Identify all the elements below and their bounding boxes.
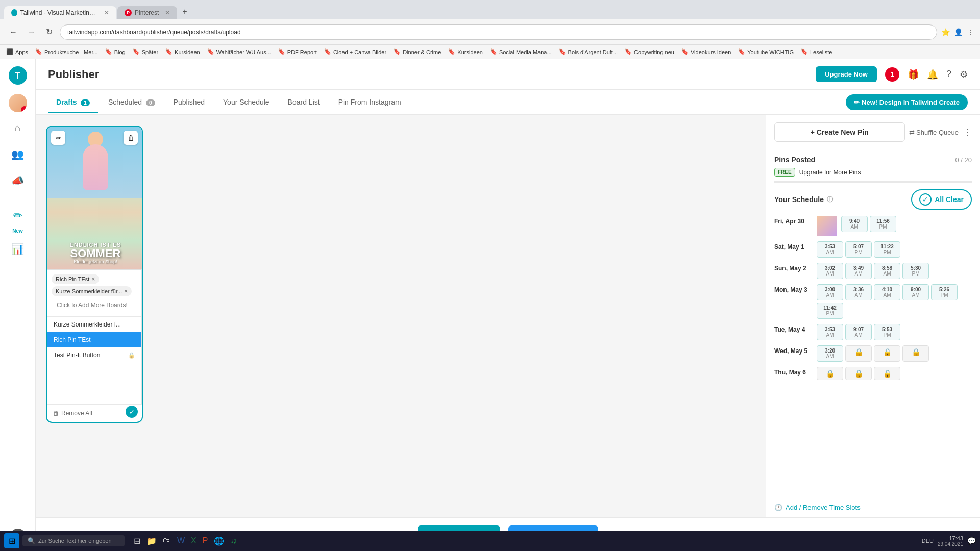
taskview-icon[interactable]: ⊟ <box>132 534 142 548</box>
board-tag-remove-1[interactable]: × <box>124 288 128 295</box>
help-icon[interactable]: ? <box>946 69 951 80</box>
bookmark-kursideen2[interactable]: 🔖 Kursideen <box>448 48 483 55</box>
sidebar-item-chart[interactable]: 📊 <box>7 238 29 260</box>
bookmark-dinner[interactable]: 🔖 Dinner & Crime <box>394 48 441 55</box>
tab-your-schedule[interactable]: Your Schedule <box>215 92 278 112</box>
user-avatar[interactable]: P <box>9 94 27 112</box>
store-icon[interactable]: 🛍 <box>161 534 173 548</box>
new-tab-button[interactable]: + <box>178 5 191 18</box>
all-clear-button[interactable]: ✓ All Clear <box>911 189 972 210</box>
tab-drafts[interactable]: Drafts 1 <box>48 92 98 112</box>
account-icon[interactable]: 👤 <box>954 28 963 36</box>
excel-icon[interactable]: X <box>189 534 199 548</box>
bookmark-copywriting[interactable]: 🔖 Copywriting neu <box>625 48 674 55</box>
powerpoint-icon[interactable]: P <box>201 534 210 548</box>
tab-board-list[interactable]: Board List <box>280 92 328 112</box>
bookmark-youtube[interactable]: 🔖 Youtube WICHTIG <box>738 48 794 55</box>
tab-pin-from-instagram[interactable]: Pin From Instagram <box>330 92 409 112</box>
bookmark-socialmedia[interactable]: 🔖 Social Media Mana... <box>490 48 552 55</box>
time-slot-sat-2[interactable]: 11:22 PM <box>874 241 900 258</box>
board-list-item-0[interactable]: Kurze Sommerkleider f... <box>47 317 141 332</box>
word-icon[interactable]: W <box>175 534 187 548</box>
all-clear-circle: ✓ <box>919 193 932 206</box>
time-slot-fri-0[interactable]: 9:40 AM <box>841 216 868 232</box>
time-slot-mon-1[interactable]: 3:36 AM <box>845 284 872 300</box>
time-slot-tue-2[interactable]: 5:53 PM <box>874 324 900 340</box>
pin-delete-button[interactable]: 🗑 <box>124 131 138 145</box>
bookmark-bois[interactable]: 🔖 Bois d'Argent Duft... <box>559 48 618 55</box>
upgrade-for-more-pins-link[interactable]: Upgrade for More Pins <box>799 169 861 176</box>
create-new-pin-button[interactable]: + Create New Pin <box>774 122 905 142</box>
shuffle-queue-button[interactable]: ⇄ Shuffle Queue <box>909 129 959 136</box>
time-slot-tue-1[interactable]: 9:07 AM <box>845 324 872 340</box>
bookmark-blog[interactable]: 🔖 Blog <box>105 48 126 55</box>
pdf-label: PDF Report <box>287 49 317 55</box>
lock-icon-wed-3: 🔒 <box>912 348 920 356</box>
time-slot-mon-4[interactable]: 5:26 PM <box>931 284 958 300</box>
refresh-button[interactable]: ↻ <box>43 25 56 39</box>
bookmark-leseliste[interactable]: 🔖 Leseliste <box>801 48 832 55</box>
bell-icon[interactable]: 🔔 <box>927 69 938 80</box>
pin-edit-button[interactable]: ✏ <box>51 131 65 145</box>
bookmark-kursideen[interactable]: 🔖 Kursideen <box>165 48 200 55</box>
bookmark-cload[interactable]: 🔖 Cload + Canva Bilder <box>324 48 386 55</box>
sidebar-item-home[interactable]: ⌂ <box>7 116 29 139</box>
time-slot-sat-1[interactable]: 5:07 PM <box>845 241 872 258</box>
bookmark-pdf[interactable]: 🔖 PDF Report <box>278 48 317 55</box>
bookmark-videokurs[interactable]: 🔖 Videokurs Ideen <box>681 48 731 55</box>
time-slot-mon-5[interactable]: 11:42 PM <box>817 303 843 319</box>
forward-button[interactable]: → <box>24 26 39 39</box>
browser-icons: ⭐ 👤 ⋮ <box>941 28 974 36</box>
sidebar-item-people[interactable]: 👥 <box>7 143 29 165</box>
gift-icon[interactable]: 🎁 <box>908 69 919 80</box>
tab-pinterest[interactable]: P Pinterest ✕ <box>117 6 177 19</box>
pinterest-badge: P <box>21 106 27 112</box>
tab-published[interactable]: Published <box>165 92 213 112</box>
board-add-input[interactable] <box>52 298 137 312</box>
bookmark-apps[interactable]: ⬛ Apps <box>6 48 28 55</box>
explorer-icon[interactable]: 📁 <box>144 534 159 548</box>
notification-center[interactable]: 💬 <box>967 537 976 545</box>
extensions-icon[interactable]: ⭐ <box>941 28 950 36</box>
bookmark-produktsuche[interactable]: 🔖 Produktsuche - Mer... <box>35 48 98 55</box>
bookmark-spaeter[interactable]: 🔖 Später <box>133 48 158 55</box>
notification-icon[interactable]: 1 <box>885 67 899 82</box>
tab-close-tailwind[interactable]: ✕ <box>104 9 109 16</box>
time-slot-sun-2[interactable]: 8:58 AM <box>874 263 900 279</box>
spotify-icon[interactable]: ♫ <box>228 534 238 548</box>
sidebar-item-megaphone[interactable]: 📣 <box>7 169 29 192</box>
tab-close-pinterest[interactable]: ✕ <box>165 9 170 16</box>
time-slot-sat-0[interactable]: 3:53 AM <box>817 241 843 258</box>
start-button[interactable]: ⊞ <box>4 533 19 548</box>
time-slot-fri-1[interactable]: 11:56 PM <box>870 216 896 232</box>
upgrade-now-button[interactable]: Upgrade Now <box>816 66 877 82</box>
time-slot-sun-1[interactable]: 3:49 AM <box>845 263 872 279</box>
time-slot-mon-2[interactable]: 4:10 AM <box>874 284 900 300</box>
app-logo[interactable]: T <box>8 65 28 86</box>
address-bar[interactable]: tailwindapp.com/dashboard/publisher/queu… <box>60 24 937 40</box>
settings-icon[interactable]: ⚙ <box>960 69 968 80</box>
bookmark-wahlfaecher[interactable]: 🔖 Wahlfächer WU Aus... <box>207 48 271 55</box>
taskbar-search[interactable]: 🔍 Zur Suche Text hier eingeben <box>22 535 125 546</box>
board-list-item-1[interactable]: Rich Pin TEst <box>47 332 141 347</box>
time-slot-tue-0[interactable]: 3:53 AM <box>817 324 843 340</box>
tab-scheduled[interactable]: Scheduled 0 <box>100 92 163 112</box>
time-slot-wed-0[interactable]: 3:20 AM <box>817 345 843 362</box>
time-slot-mon-0[interactable]: 3:00 AM <box>817 284 843 300</box>
remove-all-button[interactable]: 🗑 Remove All <box>53 410 92 417</box>
board-tag-remove-0[interactable]: × <box>91 276 95 283</box>
time-slot-sun-3[interactable]: 5:30 PM <box>902 263 929 279</box>
time-slot-mon-3[interactable]: 9:00 AM <box>902 284 929 300</box>
chrome-icon[interactable]: 🌐 <box>212 534 226 548</box>
new-design-button[interactable]: ✏ New! Design in Tailwind Create <box>846 94 968 110</box>
schedule-title-text: Your Schedule <box>774 195 824 204</box>
schedule-info-icon[interactable]: ⓘ <box>827 195 833 204</box>
menu-icon[interactable]: ⋮ <box>967 28 974 36</box>
time-slot-sun-0[interactable]: 3:02 AM <box>817 263 843 279</box>
tab-tailwind[interactable]: Tailwind - Visual Marketing Suite... ✕ <box>4 6 116 19</box>
board-list-item-2[interactable]: Test Pin-It Button 🔒 <box>47 347 141 363</box>
add-remove-slots-button[interactable]: 🕐 Add / Remove Time Slots <box>766 497 980 517</box>
back-button[interactable]: ← <box>6 26 20 39</box>
more-options-button[interactable]: ⋮ <box>963 127 972 138</box>
sidebar-item-new[interactable]: ✏ New <box>7 205 29 234</box>
